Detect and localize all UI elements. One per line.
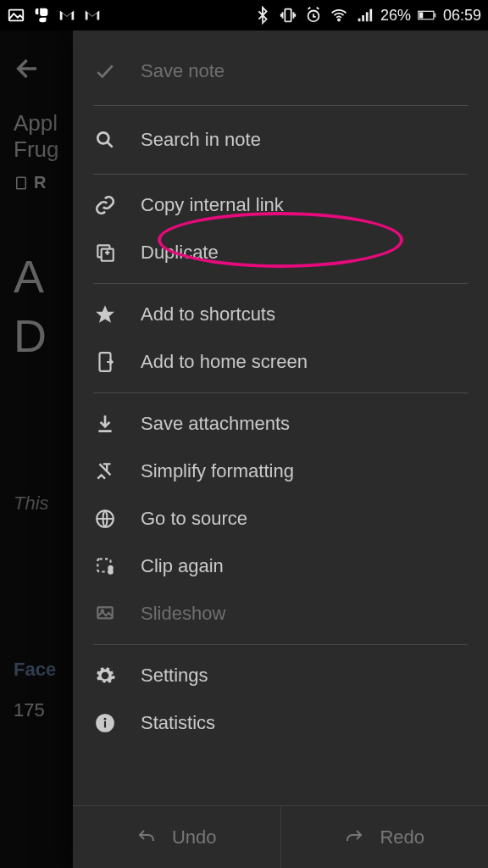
undo-redo-bar: Undo Redo — [73, 805, 488, 868]
gmail-icon — [58, 6, 76, 25]
link-icon — [93, 193, 117, 217]
status-bar: 26% 06:59 — [0, 0, 488, 31]
menu-slideshow: Slideshow — [93, 590, 468, 637]
menu-label: Slideshow — [141, 603, 225, 625]
menu-search-in-note[interactable]: Search in note — [93, 113, 468, 167]
menu-label: Save attachments — [141, 413, 290, 435]
clock: 06:59 — [443, 7, 481, 25]
duplicate-icon — [93, 241, 117, 264]
svg-rect-5 — [362, 15, 364, 21]
battery-percent: 26% — [380, 7, 411, 25]
menu-separator — [93, 283, 468, 284]
menu-label: Search in note — [141, 129, 261, 151]
gmail-icon — [83, 6, 102, 25]
menu-label: Statistics — [141, 712, 215, 734]
info-icon — [93, 711, 117, 735]
menu-save-attachments[interactable]: Save attachments — [93, 400, 468, 448]
redo-label: Redo — [380, 826, 424, 849]
svg-rect-10 — [435, 14, 436, 18]
undo-button[interactable]: Undo — [73, 806, 280, 868]
menu-label: Add to home screen — [141, 351, 308, 373]
svg-rect-9 — [419, 12, 423, 18]
signal-icon — [355, 6, 374, 25]
vibrate-icon — [279, 6, 297, 25]
svg-rect-6 — [366, 12, 369, 21]
menu-label: Go to source — [141, 508, 247, 530]
download-icon — [93, 412, 117, 436]
menu-label: Copy internal link — [141, 194, 284, 216]
svg-point-26 — [104, 718, 107, 721]
bluetooth-icon — [253, 6, 272, 25]
svg-point-3 — [338, 19, 340, 20]
menu-separator — [93, 174, 468, 175]
menu-statistics[interactable]: Statistics — [93, 699, 468, 747]
svg-rect-4 — [358, 19, 361, 22]
menu-simplify-formatting[interactable]: Simplify formatting — [93, 448, 468, 495]
undo-label: Undo — [172, 826, 217, 849]
svg-rect-22 — [97, 607, 112, 618]
menu-duplicate[interactable]: Duplicate — [93, 229, 468, 276]
redo-button[interactable]: Redo — [280, 806, 489, 868]
svg-point-21 — [108, 566, 112, 570]
svg-line-13 — [108, 142, 113, 147]
svg-rect-11 — [17, 177, 26, 189]
menu-copy-internal-link[interactable]: Copy internal link — [93, 181, 468, 229]
menu-add-to-home-screen[interactable]: Add to home screen — [93, 338, 468, 386]
notebook-chip-label: R — [34, 173, 46, 192]
svg-marker-16 — [96, 305, 114, 323]
svg-point-12 — [97, 132, 108, 143]
menu-label: Duplicate — [141, 242, 219, 264]
home-screen-icon — [93, 350, 117, 374]
battery-icon — [418, 6, 436, 25]
overflow-menu: Save note Search in note Copy internal l… — [73, 31, 488, 868]
gear-icon — [93, 664, 117, 687]
menu-label: Add to shortcuts — [141, 303, 275, 326]
star-icon — [93, 303, 117, 326]
menu-clip-again[interactable]: Clip again — [93, 542, 468, 590]
svg-point-23 — [102, 610, 103, 612]
simplify-format-icon — [93, 459, 117, 483]
menu-label: Settings — [141, 665, 208, 687]
svg-rect-1 — [285, 9, 291, 22]
slideshow-icon — [93, 602, 117, 626]
menu-separator — [93, 105, 468, 106]
globe-icon — [93, 507, 117, 531]
menu-go-to-source[interactable]: Go to source — [93, 495, 468, 542]
menu-label: Clip again — [141, 555, 224, 577]
menu-label: Save note — [141, 60, 225, 82]
check-icon — [93, 59, 117, 83]
search-icon — [93, 128, 117, 152]
evernote-icon — [32, 6, 51, 25]
menu-separator — [93, 392, 468, 393]
clip-icon — [93, 554, 117, 578]
picture-icon — [7, 6, 25, 25]
menu-settings[interactable]: Settings — [93, 652, 468, 699]
menu-separator — [93, 644, 468, 645]
wifi-icon — [330, 6, 348, 25]
notebook-chip[interactable]: R — [14, 173, 46, 192]
alarm-icon — [304, 6, 323, 25]
menu-add-to-shortcuts[interactable]: Add to shortcuts — [93, 291, 468, 338]
menu-save-note: Save note — [93, 44, 468, 98]
svg-rect-25 — [104, 721, 106, 728]
menu-label: Simplify formatting — [141, 460, 294, 482]
svg-rect-7 — [369, 9, 372, 22]
